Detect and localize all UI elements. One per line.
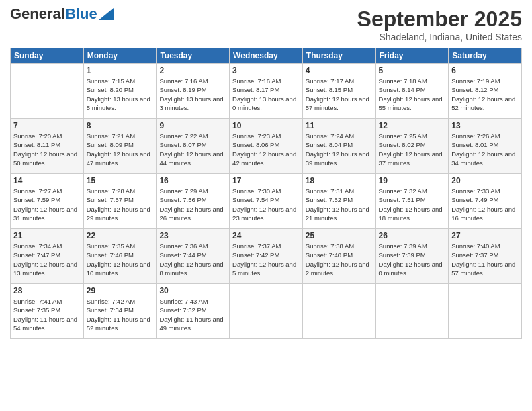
calendar-week-row: 7Sunrise: 7:20 AMSunset: 8:11 PMDaylight… (11, 119, 522, 174)
day-number: 17 (232, 176, 300, 185)
day-number: 13 (451, 121, 519, 130)
calendar-cell (375, 284, 449, 339)
day-info: Sunrise: 7:43 AMSunset: 7:32 PMDaylight:… (159, 297, 226, 332)
day-number: 16 (159, 176, 226, 185)
calendar-week-row: 21Sunrise: 7:34 AMSunset: 7:47 PMDayligh… (11, 229, 522, 284)
calendar-cell: 12Sunrise: 7:25 AMSunset: 8:02 PMDayligh… (375, 119, 449, 174)
day-info: Sunrise: 7:34 AMSunset: 7:47 PMDaylight:… (13, 242, 81, 277)
day-number: 3 (232, 66, 300, 75)
calendar-cell: 21Sunrise: 7:34 AMSunset: 7:47 PMDayligh… (11, 229, 84, 284)
calendar-cell: 23Sunrise: 7:36 AMSunset: 7:44 PMDayligh… (157, 229, 230, 284)
day-info: Sunrise: 7:23 AMSunset: 8:06 PMDaylight:… (232, 132, 300, 167)
logo: GeneralBlue (10, 7, 114, 21)
calendar-cell: 3Sunrise: 7:16 AMSunset: 8:17 PMDaylight… (230, 64, 303, 119)
calendar-cell: 18Sunrise: 7:31 AMSunset: 7:52 PMDayligh… (302, 174, 375, 229)
day-number: 1 (87, 66, 154, 75)
day-number: 26 (379, 231, 446, 240)
calendar-cell: 7Sunrise: 7:20 AMSunset: 8:11 PMDaylight… (11, 119, 84, 174)
col-header-wednesday: Wednesday (230, 48, 303, 64)
col-header-tuesday: Tuesday (157, 48, 230, 64)
day-info: Sunrise: 7:17 AMSunset: 8:15 PMDaylight:… (306, 77, 373, 112)
logo-icon (99, 8, 114, 20)
day-number: 27 (451, 231, 519, 240)
calendar-week-row: 28Sunrise: 7:41 AMSunset: 7:35 PMDayligh… (11, 284, 522, 339)
calendar-cell: 17Sunrise: 7:30 AMSunset: 7:54 PMDayligh… (230, 174, 303, 229)
day-info: Sunrise: 7:31 AMSunset: 7:52 PMDaylight:… (306, 187, 373, 222)
calendar-table: SundayMondayTuesdayWednesdayThursdayFrid… (10, 48, 522, 339)
day-info: Sunrise: 7:26 AMSunset: 8:01 PMDaylight:… (451, 132, 519, 167)
calendar-cell: 1Sunrise: 7:15 AMSunset: 8:20 PMDaylight… (83, 64, 157, 119)
day-info: Sunrise: 7:22 AMSunset: 8:07 PMDaylight:… (159, 132, 226, 167)
svg-marker-0 (99, 8, 114, 20)
day-number: 4 (306, 66, 373, 75)
day-number: 8 (87, 121, 154, 130)
col-header-saturday: Saturday (449, 48, 522, 64)
calendar-week-row: 14Sunrise: 7:27 AMSunset: 7:59 PMDayligh… (11, 174, 522, 229)
calendar-cell: 27Sunrise: 7:40 AMSunset: 7:37 PMDayligh… (449, 229, 522, 284)
subtitle: Shadeland, Indiana, United States (357, 32, 522, 42)
calendar-week-row: 1Sunrise: 7:15 AMSunset: 8:20 PMDaylight… (11, 64, 522, 119)
day-number: 6 (451, 66, 519, 75)
day-info: Sunrise: 7:39 AMSunset: 7:39 PMDaylight:… (379, 242, 446, 277)
day-info: Sunrise: 7:24 AMSunset: 8:04 PMDaylight:… (306, 132, 373, 167)
day-info: Sunrise: 7:41 AMSunset: 7:35 PMDaylight:… (13, 297, 81, 332)
day-number: 18 (306, 176, 373, 185)
day-info: Sunrise: 7:38 AMSunset: 7:40 PMDaylight:… (306, 242, 373, 277)
day-info: Sunrise: 7:27 AMSunset: 7:59 PMDaylight:… (13, 187, 81, 222)
calendar-cell: 15Sunrise: 7:28 AMSunset: 7:57 PMDayligh… (83, 174, 157, 229)
day-number: 19 (379, 176, 446, 185)
day-number: 30 (159, 286, 226, 295)
calendar-cell: 4Sunrise: 7:17 AMSunset: 8:15 PMDaylight… (302, 64, 375, 119)
logo-general: General (10, 5, 65, 22)
calendar-cell: 25Sunrise: 7:38 AMSunset: 7:40 PMDayligh… (302, 229, 375, 284)
calendar-cell: 28Sunrise: 7:41 AMSunset: 7:35 PMDayligh… (11, 284, 84, 339)
day-number: 23 (159, 231, 226, 240)
calendar-cell (449, 284, 522, 339)
day-info: Sunrise: 7:15 AMSunset: 8:20 PMDaylight:… (87, 77, 154, 112)
calendar-cell: 6Sunrise: 7:19 AMSunset: 8:12 PMDaylight… (449, 64, 522, 119)
calendar-cell: 22Sunrise: 7:35 AMSunset: 7:46 PMDayligh… (83, 229, 157, 284)
calendar-cell: 30Sunrise: 7:43 AMSunset: 7:32 PMDayligh… (157, 284, 230, 339)
day-number: 10 (232, 121, 300, 130)
day-number: 28 (13, 286, 81, 295)
day-info: Sunrise: 7:21 AMSunset: 8:09 PMDaylight:… (87, 132, 154, 167)
calendar-cell: 2Sunrise: 7:16 AMSunset: 8:19 PMDaylight… (157, 64, 230, 119)
calendar-cell: 24Sunrise: 7:37 AMSunset: 7:42 PMDayligh… (230, 229, 303, 284)
day-info: Sunrise: 7:16 AMSunset: 8:17 PMDaylight:… (232, 77, 300, 112)
day-info: Sunrise: 7:29 AMSunset: 7:56 PMDaylight:… (159, 187, 226, 222)
calendar-cell (230, 284, 303, 339)
calendar-header-row: SundayMondayTuesdayWednesdayThursdayFrid… (11, 48, 522, 64)
day-info: Sunrise: 7:42 AMSunset: 7:34 PMDaylight:… (87, 297, 154, 332)
page-header: GeneralBlue September 2025 Shadeland, In… (10, 7, 522, 42)
day-info: Sunrise: 7:28 AMSunset: 7:57 PMDaylight:… (87, 187, 154, 222)
day-info: Sunrise: 7:20 AMSunset: 8:11 PMDaylight:… (13, 132, 81, 167)
day-info: Sunrise: 7:33 AMSunset: 7:49 PMDaylight:… (451, 187, 519, 222)
day-number: 21 (13, 231, 81, 240)
day-info: Sunrise: 7:40 AMSunset: 7:37 PMDaylight:… (451, 242, 519, 277)
day-number: 2 (159, 66, 226, 75)
calendar-cell: 10Sunrise: 7:23 AMSunset: 8:06 PMDayligh… (230, 119, 303, 174)
day-info: Sunrise: 7:35 AMSunset: 7:46 PMDaylight:… (87, 242, 154, 277)
logo-text: GeneralBlue (10, 7, 97, 21)
col-header-sunday: Sunday (11, 48, 84, 64)
day-info: Sunrise: 7:25 AMSunset: 8:02 PMDaylight:… (379, 132, 446, 167)
calendar-cell (11, 64, 84, 119)
calendar-cell: 13Sunrise: 7:26 AMSunset: 8:01 PMDayligh… (449, 119, 522, 174)
logo-blue: Blue (65, 5, 97, 22)
calendar-cell: 8Sunrise: 7:21 AMSunset: 8:09 PMDaylight… (83, 119, 157, 174)
day-info: Sunrise: 7:36 AMSunset: 7:44 PMDaylight:… (159, 242, 226, 277)
calendar-cell: 5Sunrise: 7:18 AMSunset: 8:14 PMDaylight… (375, 64, 449, 119)
calendar-page: GeneralBlue September 2025 Shadeland, In… (0, 0, 532, 411)
col-header-friday: Friday (375, 48, 449, 64)
calendar-cell (302, 284, 375, 339)
calendar-cell: 26Sunrise: 7:39 AMSunset: 7:39 PMDayligh… (375, 229, 449, 284)
day-info: Sunrise: 7:18 AMSunset: 8:14 PMDaylight:… (379, 77, 446, 112)
day-number: 24 (232, 231, 300, 240)
day-number: 29 (87, 286, 154, 295)
calendar-cell: 19Sunrise: 7:32 AMSunset: 7:51 PMDayligh… (375, 174, 449, 229)
day-number: 7 (13, 121, 81, 130)
day-number: 20 (451, 176, 519, 185)
day-info: Sunrise: 7:30 AMSunset: 7:54 PMDaylight:… (232, 187, 300, 222)
calendar-cell: 14Sunrise: 7:27 AMSunset: 7:59 PMDayligh… (11, 174, 84, 229)
day-number: 25 (306, 231, 373, 240)
